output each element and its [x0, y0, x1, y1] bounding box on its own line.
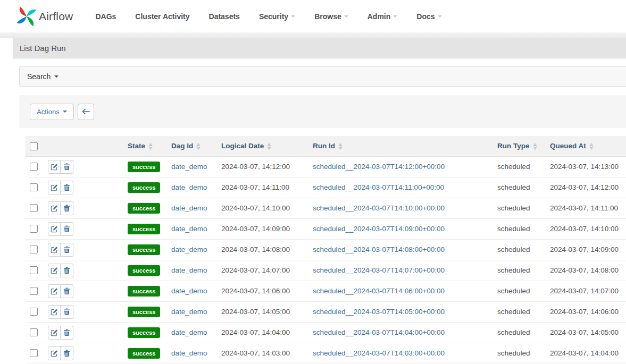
column-header-run-id[interactable]: Run Id — [310, 136, 494, 156]
edit-button[interactable] — [48, 201, 61, 215]
dag-id-link[interactable]: date_demo — [171, 225, 207, 233]
run-id-link[interactable]: scheduled__2024-03-07T14:12:00+00:00 — [313, 163, 445, 171]
navbar-divider — [0, 32, 626, 38]
logical-date-cell: 2024-03-07, 14:05:00 — [218, 301, 310, 322]
state-cell: success — [124, 177, 168, 198]
table-row: success date_demo 2024-03-07, 14:05:00 s… — [26, 301, 626, 322]
dag-id-link[interactable]: date_demo — [171, 163, 207, 171]
dag-id-link[interactable]: date_demo — [171, 349, 207, 357]
edit-button[interactable] — [48, 160, 61, 174]
airflow-logo[interactable]: Airflow — [16, 6, 73, 27]
run-id-cell: scheduled__2024-03-07T14:09:00+00:00 — [310, 218, 494, 239]
row-checkbox[interactable] — [30, 349, 38, 357]
edit-pencil-icon — [51, 287, 58, 295]
row-checkbox[interactable] — [30, 266, 38, 274]
queued-at-cell: 2024-03-07, 14:04:00 — [547, 343, 626, 363]
dag-id-link[interactable]: date_demo — [171, 183, 207, 191]
select-all-checkbox[interactable] — [30, 142, 38, 150]
logical-date-cell: 2024-03-07, 14:09:00 — [218, 218, 310, 239]
row-checkbox-cell — [26, 156, 46, 177]
dag-id-link[interactable]: date_demo — [171, 328, 207, 336]
caret-down-icon — [54, 75, 59, 78]
edit-button[interactable] — [48, 181, 61, 194]
edit-button[interactable] — [48, 326, 61, 340]
run-id-link[interactable]: scheduled__2024-03-07T14:10:00+00:00 — [313, 204, 445, 212]
nav-item-docs[interactable]: Docs — [416, 12, 441, 21]
row-checkbox[interactable] — [30, 204, 38, 212]
column-header-dag-id[interactable]: Dag Id — [168, 136, 218, 156]
run-id-link[interactable]: scheduled__2024-03-07T14:03:00+00:00 — [313, 349, 445, 357]
nav-item-browse[interactable]: Browse — [314, 12, 348, 21]
dag-id-link[interactable]: date_demo — [171, 308, 207, 316]
delete-button[interactable] — [61, 243, 73, 257]
run-id-link[interactable]: scheduled__2024-03-07T14:09:00+00:00 — [313, 225, 445, 233]
edit-button[interactable] — [48, 264, 61, 277]
delete-button[interactable] — [61, 284, 73, 298]
delete-button[interactable] — [61, 305, 73, 319]
table-row: success date_demo 2024-03-07, 14:09:00 s… — [26, 218, 626, 239]
column-header-state[interactable]: State — [124, 136, 168, 156]
nav-item-security[interactable]: Security — [259, 12, 295, 21]
row-actions-cell — [46, 301, 124, 322]
column-header-label: Queued At — [550, 142, 586, 150]
row-checkbox[interactable] — [30, 308, 38, 316]
delete-button[interactable] — [61, 181, 73, 194]
run-id-link[interactable]: scheduled__2024-03-07T14:08:00+00:00 — [313, 246, 445, 253]
run-id-cell: scheduled__2024-03-07T14:08:00+00:00 — [310, 239, 494, 260]
column-header-run-type[interactable]: Run Type — [494, 136, 547, 156]
nav-item-label: Datasets — [209, 12, 240, 21]
row-checkbox[interactable] — [30, 246, 38, 253]
edit-button[interactable] — [48, 222, 61, 236]
delete-button[interactable] — [61, 326, 73, 340]
row-checkbox[interactable] — [30, 328, 38, 336]
run-id-link[interactable]: scheduled__2024-03-07T14:05:00+00:00 — [313, 308, 445, 316]
table-row: success date_demo 2024-03-07, 14:06:00 s… — [26, 281, 626, 301]
delete-button[interactable] — [61, 222, 73, 236]
delete-button[interactable] — [61, 201, 73, 215]
edit-pencil-icon — [51, 246, 58, 253]
state-cell: success — [124, 322, 168, 343]
dag-id-link[interactable]: date_demo — [171, 246, 207, 253]
run-id-cell: scheduled__2024-03-07T14:06:00+00:00 — [310, 281, 494, 301]
edit-button[interactable] — [48, 346, 61, 360]
row-actions-cell — [46, 343, 124, 363]
delete-button[interactable] — [61, 346, 73, 360]
dag-id-link[interactable]: date_demo — [171, 287, 207, 295]
dag-id-cell: date_demo — [168, 156, 218, 177]
edit-button[interactable] — [48, 284, 61, 298]
column-header-queued-at[interactable]: Queued At — [547, 136, 626, 156]
row-checkbox[interactable] — [30, 183, 38, 191]
state-badge: success — [128, 327, 160, 338]
trash-icon — [63, 225, 70, 233]
row-checkbox[interactable] — [30, 287, 38, 295]
dag-id-link[interactable]: date_demo — [171, 204, 207, 212]
delete-button[interactable] — [61, 160, 73, 174]
table-row: success date_demo 2024-03-07, 14:03:00 s… — [26, 343, 626, 363]
search-dropdown[interactable]: Search — [19, 66, 626, 87]
sort-icon — [196, 142, 201, 150]
state-cell: success — [124, 343, 168, 363]
delete-button[interactable] — [61, 264, 73, 277]
run-id-link[interactable]: scheduled__2024-03-07T14:07:00+00:00 — [313, 266, 445, 274]
sort-icon — [589, 142, 594, 150]
column-header-logical-date[interactable]: Logical Date — [218, 136, 310, 156]
trash-icon — [63, 163, 70, 171]
column-header-label: Run Id — [313, 142, 335, 150]
nav-item-dags[interactable]: DAGs — [95, 12, 116, 21]
row-checkbox[interactable] — [30, 225, 38, 233]
row-checkbox[interactable] — [30, 163, 38, 171]
edit-button[interactable] — [48, 243, 61, 257]
logical-date-cell: 2024-03-07, 14:12:00 — [218, 156, 310, 177]
edit-pencil-icon — [51, 184, 58, 191]
nav-item-datasets[interactable]: Datasets — [209, 12, 240, 21]
nav-item-admin[interactable]: Admin — [368, 12, 398, 21]
actions-button[interactable]: Actions — [30, 104, 74, 120]
run-id-link[interactable]: scheduled__2024-03-07T14:04:00+00:00 — [313, 328, 445, 336]
nav-item-cluster-activity[interactable]: Cluster Activity — [135, 12, 189, 21]
run-id-link[interactable]: scheduled__2024-03-07T14:06:00+00:00 — [313, 287, 445, 295]
dag-id-link[interactable]: date_demo — [171, 266, 207, 274]
back-button[interactable] — [78, 104, 94, 120]
run-id-link[interactable]: scheduled__2024-03-07T14:11:00+00:00 — [313, 183, 444, 191]
nav-item-label: Browse — [314, 12, 341, 21]
edit-button[interactable] — [48, 305, 61, 319]
